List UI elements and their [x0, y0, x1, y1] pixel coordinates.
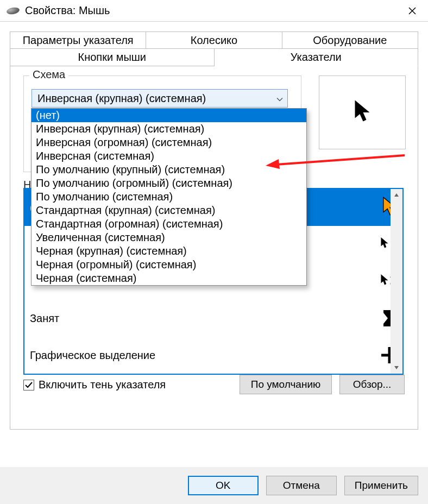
scrollbar[interactable] [391, 189, 402, 374]
option-label: Увеличенная (системная) [36, 231, 165, 243]
button-label: Обзор... [353, 379, 392, 390]
titlebar: Свойства: Мышь [0, 0, 428, 22]
button-label: Применить [355, 480, 408, 492]
tab-label: Указатели [291, 51, 342, 63]
scroll-up-icon[interactable] [391, 189, 402, 201]
chevron-down-icon [276, 92, 283, 105]
dropdown-option[interactable]: (нет) [32, 109, 306, 122]
client-area: Параметры указателя Колесико Оборудовани… [0, 22, 428, 504]
dropdown-option[interactable]: Увеличенная (системная) [32, 231, 306, 244]
browse-button[interactable]: Обзор... [339, 375, 405, 394]
check-icon [24, 381, 33, 389]
button-label: Отмена [283, 480, 320, 492]
option-label: Инверсная (огромная) (системная) [36, 136, 212, 148]
scheme-buttons: По умолчанию Обзор... [240, 375, 405, 394]
tab-hardware[interactable]: Оборудование [282, 32, 418, 49]
cursor-icon [353, 99, 372, 125]
close-button[interactable] [399, 0, 426, 22]
cursor-preview [319, 75, 406, 149]
defaults-button[interactable]: По умолчанию [240, 375, 332, 394]
ok-button[interactable]: OK [188, 476, 259, 495]
dropdown-option[interactable]: По умолчанию (системная) [32, 190, 306, 204]
tab-wheel[interactable]: Колесико [146, 32, 282, 49]
tab-label: Оборудование [313, 34, 387, 46]
option-label: Черная (системная) [36, 272, 136, 284]
scheme-combobox[interactable]: Инверсная (крупная) (системная) [32, 89, 288, 108]
option-label: Стандартная (крупная) (системная) [36, 204, 215, 216]
scheme-legend: Схема [29, 68, 68, 81]
mouse-properties-window: Свойства: Мышь Параметры указателя Колес… [0, 0, 428, 504]
scheme-dropdown-list[interactable]: (нет) Инверсная (крупная) (системная) Ин… [31, 108, 307, 286]
option-label: Инверсная (крупная) (системная) [36, 123, 204, 135]
cancel-button[interactable]: Отмена [266, 476, 337, 495]
checkbox-label: Включить тень указателя [39, 379, 166, 391]
option-label: Инверсная (системная) [36, 150, 154, 162]
list-item[interactable]: Графическое выделение [24, 337, 402, 374]
dropdown-option[interactable]: Инверсная (огромная) (системная) [32, 136, 306, 149]
option-label: По умолчанию (системная) [36, 191, 173, 203]
tab-buttons[interactable]: Кнопки мыши [10, 48, 215, 66]
tab-pointers[interactable]: Указатели [215, 48, 419, 66]
option-label: По умолчанию (огромный) (системная) [36, 177, 232, 189]
apply-button[interactable]: Применить [344, 476, 418, 495]
dropdown-option[interactable]: Инверсная (системная) [32, 149, 306, 163]
button-label: По умолчанию [251, 379, 321, 390]
dropdown-option[interactable]: Стандартная (огромная) (системная) [32, 217, 306, 231]
enable-shadow-checkbox[interactable]: Включить тень указателя [23, 379, 166, 391]
window-title: Свойства: Мышь [25, 4, 399, 17]
dropdown-option[interactable]: По умолчанию (огромный) (системная) [32, 177, 306, 190]
option-label: По умолчанию (крупный) (системная) [36, 163, 225, 175]
mouse-app-icon [6, 7, 20, 15]
scheme-selected-value: Инверсная (крупная) (системная) [37, 92, 206, 105]
tabpanel-pointers: Схема Инверсная (крупная) (системная) Н [10, 66, 418, 430]
dropdown-option[interactable]: Черная (огромный) (системная) [32, 258, 306, 272]
button-label: OK [216, 480, 230, 492]
option-label: Черная (огромный) (системная) [36, 259, 196, 270]
scroll-down-icon[interactable] [391, 362, 402, 374]
dialog-button-bar: OK Отмена Применить [0, 467, 428, 504]
list-item[interactable]: Занят [24, 300, 402, 337]
close-icon [408, 7, 417, 15]
dropdown-option[interactable]: Инверсная (крупная) (системная) [32, 122, 306, 136]
option-label: (нет) [36, 109, 60, 121]
tab-pointer-options[interactable]: Параметры указателя [10, 32, 146, 49]
dropdown-option[interactable]: По умолчанию (крупный) (системная) [32, 163, 306, 177]
tab-label: Параметры указателя [23, 34, 134, 46]
list-item-label: Графическое выделение [30, 349, 380, 362]
tabstrip: Параметры указателя Колесико Оборудовани… [10, 32, 418, 66]
option-label: Стандартная (огромная) (системная) [36, 218, 223, 230]
dropdown-option[interactable]: Черная (крупная) (системная) [32, 244, 306, 258]
tab-label: Колесико [191, 34, 237, 46]
tab-label: Кнопки мыши [78, 51, 146, 63]
list-item-label: Занят [30, 312, 380, 325]
option-label: Черная (крупная) (системная) [36, 245, 187, 257]
dropdown-option[interactable]: Черная (системная) [32, 272, 306, 285]
checkbox-box[interactable] [23, 380, 34, 390]
dropdown-option[interactable]: Стандартная (крупная) (системная) [32, 204, 306, 217]
